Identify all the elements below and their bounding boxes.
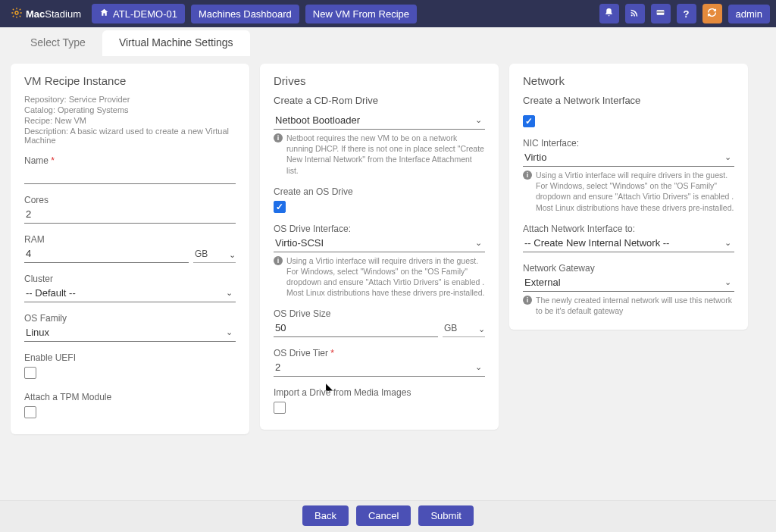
nav-newvm-button[interactable]: New VM From Recipe	[305, 5, 417, 23]
panel-network-title: Network	[523, 74, 734, 87]
footer: Back Cancel Submit	[0, 500, 776, 532]
refresh-icon	[707, 8, 717, 20]
cores-label: Cores	[24, 195, 236, 205]
nav-home-label: ATL-DEMO-01	[113, 8, 177, 20]
meta-catalog: Catalog: Operating Systems	[24, 105, 236, 114]
logo: MacStadium	[6, 7, 86, 21]
home-icon	[99, 8, 109, 20]
bell-icon	[604, 8, 614, 20]
create-nic-checkbox[interactable]: ✓	[523, 115, 535, 127]
submit-button[interactable]: Submit	[418, 505, 473, 526]
meta-recipe: Recipe: New VM	[24, 116, 236, 125]
top-nav: MacStadium ATL-DEMO-01 Machines Dashboar…	[0, 0, 776, 27]
meta-desc: Description: A basic wizard used to crea…	[24, 127, 236, 145]
import-checkbox[interactable]	[274, 402, 286, 414]
help-button[interactable]: ?	[677, 4, 696, 23]
panel-recipe-title: VM Recipe Instance	[24, 74, 236, 87]
panel-recipe: VM Recipe Instance Repository: Service P…	[11, 64, 249, 434]
cluster-label: Cluster	[24, 274, 236, 284]
nic-note: i Using a Virtio interface will require …	[523, 170, 734, 213]
uefi-checkbox[interactable]	[24, 367, 36, 379]
ram-unit-select[interactable]: GB	[193, 246, 236, 263]
card-button[interactable]	[651, 4, 671, 23]
info-icon: i	[274, 256, 283, 265]
back-button[interactable]: Back	[302, 505, 349, 526]
notifications-button[interactable]	[599, 4, 619, 23]
tab-vm-settings[interactable]: Virtual Machine Settings	[102, 30, 250, 56]
import-label: Import a Drive from Media Images	[274, 387, 485, 398]
admin-button[interactable]: admin	[728, 5, 770, 23]
attach-label: Attach Network Interface to:	[523, 224, 734, 234]
svg-rect-3	[657, 11, 665, 12]
cdrom-label: Create a CD-Rom Drive	[274, 95, 485, 106]
name-label: Name *	[24, 155, 236, 166]
cdrom-select[interactable]: Netboot Bootloader	[274, 112, 485, 130]
osfamily-label: OS Family	[24, 313, 236, 324]
tpm-label: Attach a TPM Module	[24, 392, 236, 402]
ram-input[interactable]	[24, 246, 189, 263]
ossize-input[interactable]	[274, 320, 438, 337]
info-icon: i	[523, 171, 532, 180]
nav-dashboard-button[interactable]: Machines Dashboard	[191, 5, 299, 23]
feed-button[interactable]	[625, 4, 645, 23]
cluster-select[interactable]: -- Default --	[24, 285, 236, 302]
cancel-button[interactable]: Cancel	[356, 505, 411, 526]
ossize-unit-select[interactable]: GB	[443, 321, 485, 337]
rss-icon	[630, 8, 640, 20]
panel-network: Network Create a Network Interface ✓ NIC…	[509, 64, 748, 330]
nic-label: NIC Interface:	[523, 138, 734, 149]
svg-point-0	[15, 11, 18, 14]
panel-drives: Drives Create a CD-Rom Drive Netboot Boo…	[260, 64, 499, 430]
logo-text: MacStadium	[26, 8, 81, 20]
svg-point-1	[631, 14, 633, 16]
gateway-label: Network Gateway	[523, 263, 734, 274]
tpm-checkbox[interactable]	[24, 406, 36, 418]
attach-select[interactable]: -- Create New Internal Network --	[523, 235, 734, 252]
content-area: VM Recipe Instance Repository: Service P…	[0, 56, 776, 500]
name-input[interactable]	[24, 167, 236, 184]
nic-select[interactable]: Virtio	[523, 149, 734, 167]
osiface-select[interactable]: Virtio-SCSI	[274, 235, 485, 252]
uefi-label: Enable UEFI	[24, 352, 236, 363]
osdrive-label: Create an OS Drive	[274, 186, 485, 197]
panel-drives-title: Drives	[274, 74, 485, 87]
nav-home-button[interactable]: ATL-DEMO-01	[92, 4, 185, 23]
gateway-select[interactable]: External	[523, 274, 734, 292]
ossize-label: OS Drive Size	[274, 308, 485, 319]
tabs: Select Type Virtual Machine Settings	[0, 27, 776, 56]
gateway-note: i The newly created internal network wil…	[523, 295, 734, 316]
osiface-note: i Using a Virtio interface will require …	[274, 255, 485, 299]
ostier-select[interactable]: 2	[274, 359, 485, 377]
cdrom-note: i Netboot requires the new VM to be on a…	[274, 133, 485, 176]
logo-sun-icon	[11, 7, 23, 21]
card-icon	[656, 8, 665, 20]
cores-input[interactable]	[24, 206, 236, 224]
info-icon: i	[274, 133, 283, 142]
refresh-button[interactable]	[702, 4, 722, 23]
tab-select-type[interactable]: Select Type	[14, 30, 102, 56]
ram-label: RAM	[24, 234, 236, 245]
ostier-label: OS Drive Tier *	[274, 348, 485, 358]
create-nic-label: Create a Network Interface	[523, 95, 734, 106]
osdrive-checkbox[interactable]: ✓	[274, 201, 286, 213]
osfamily-select[interactable]: Linux	[24, 324, 236, 342]
meta-repo: Repository: Service Provider	[24, 95, 236, 104]
osiface-label: OS Drive Interface:	[274, 224, 485, 234]
info-icon: i	[523, 296, 532, 305]
help-icon: ?	[684, 8, 690, 20]
